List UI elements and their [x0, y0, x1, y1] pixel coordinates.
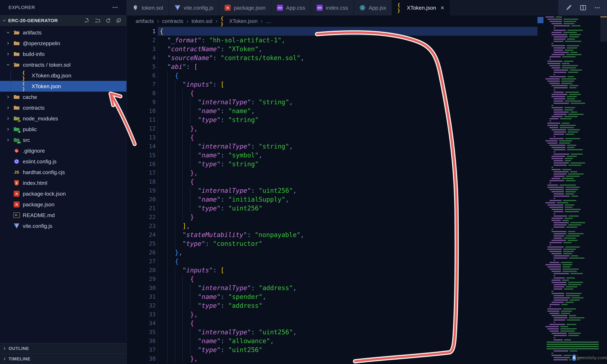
code-line-17[interactable]: 17 }, [127, 169, 538, 177]
code-line-1[interactable]: 1 { [127, 27, 538, 36]
code-line-5[interactable]: 5 "abi": [ [127, 62, 538, 71]
breadcrumb-item[interactable]: { }XToken.json [221, 18, 258, 24]
breadcrumb[interactable]: artifacts›contracts›token.sol›{ }XToken.… [127, 15, 538, 27]
code-line-36[interactable]: 36 "name": "allowance", [127, 337, 538, 345]
code-line-37[interactable]: 37 "type": "uint256" [127, 345, 538, 354]
line-number: 11 [127, 115, 156, 124]
line-number: 31 [127, 292, 156, 301]
code-line-6[interactable]: 6 { [127, 71, 538, 80]
tab-label: App.jsx [369, 5, 386, 11]
tree-item-hardhat.config.cjs[interactable]: JShardhat.config.cjs [0, 167, 126, 178]
code-line-16[interactable]: 16 "type": "string" [127, 160, 538, 169]
code-line-7[interactable]: 7 "inputs": [ [127, 80, 538, 89]
tree-indent-guide [11, 70, 11, 92]
new-folder-icon[interactable] [95, 18, 100, 23]
code-line-21[interactable]: 21 "type": "uint256" [127, 204, 538, 213]
more-actions-icon[interactable] [112, 4, 118, 11]
code-line-33[interactable]: 33 }, [127, 310, 538, 319]
code-line-38[interactable]: 38 }, [127, 354, 538, 363]
tree-item-README.md[interactable]: M↓README.md [0, 210, 126, 221]
line-number: 8 [127, 89, 156, 98]
code-line-26[interactable]: 26 }, [127, 248, 538, 257]
project-section-header[interactable]: ERC-20-GENERATOR [0, 15, 126, 26]
tree-item-label: README.md [23, 212, 55, 218]
code-line-4[interactable]: 4 "sourceName": "contracts/token.sol", [127, 53, 538, 62]
code-editor[interactable]: 1 { 2 "_format": "hh-sol-artifact-1", 3 … [127, 27, 538, 364]
tab-package.json[interactable]: npackage.json [219, 0, 271, 15]
code-line-14[interactable]: 14 "internalType": "string", [127, 142, 538, 151]
tree-item-public[interactable]: ☻public [0, 124, 126, 135]
tree-item-build-info[interactable]: build-info [0, 49, 126, 59]
code-line-20[interactable]: 20 "name": "initialSupply", [127, 195, 538, 204]
tree-item-artifacts[interactable]: artifacts [0, 27, 126, 38]
tree-item-cache[interactable]: cache [0, 92, 126, 102]
code-line-24[interactable]: 24 "stateMutability": "nonpayable", [127, 230, 538, 239]
code-line-10[interactable]: 10 "name": "name", [127, 106, 538, 115]
close-icon[interactable]: × [441, 4, 444, 11]
collapse-all-icon[interactable] [116, 18, 121, 23]
tab-label: package.json [234, 5, 265, 11]
tree-item-src[interactable]: </>src [0, 135, 126, 145]
tab-App.jsx[interactable]: App.jsx [354, 0, 392, 15]
code-line-13[interactable]: 13 { [127, 133, 538, 142]
code-line-29[interactable]: 29 { [127, 274, 538, 284]
breadcrumb-item[interactable]: contracts [162, 18, 183, 24]
code-line-15[interactable]: 15 "name": "symbol", [127, 151, 538, 160]
tree-item-package.json[interactable]: npackage.json [0, 199, 126, 210]
code-line-3[interactable]: 3 "contractName": "XToken", [127, 45, 538, 53]
split-editor-icon[interactable] [580, 4, 587, 11]
pencil-icon[interactable] [565, 4, 572, 11]
code-line-35[interactable]: 35 "internalType": "uint256", [127, 328, 538, 337]
code-line-11[interactable]: 11 "type": "string" [127, 115, 538, 124]
code-line-22[interactable]: 22 } [127, 213, 538, 221]
code-line-30[interactable]: 30 "internalType": "address", [127, 284, 538, 292]
vertical-scrollbar[interactable] [600, 15, 607, 364]
panel-label: OUTLINE [9, 346, 29, 351]
line-number: 36 [127, 337, 156, 345]
tree-item-contracts[interactable]: contracts [0, 102, 126, 113]
tab-XToken.json[interactable]: { }XToken.json × [392, 0, 450, 15]
tree-item-eslint.config.js[interactable]: eslint.config.js [0, 156, 126, 167]
tree-item-@openzeppelin[interactable]: @openzeppelin [0, 38, 126, 49]
code-line-2[interactable]: 2 "_format": "hh-sol-artifact-1", [127, 36, 538, 45]
panel-outline[interactable]: OUTLINE [0, 343, 126, 353]
breadcrumb-item[interactable]: … [266, 18, 271, 24]
tree-item-vite.config.js[interactable]: vite.config.js [0, 221, 126, 231]
tab-App.css[interactable]: cssApp.css [271, 0, 311, 15]
new-file-icon[interactable] [84, 18, 90, 23]
tree-item-label: .gitignore [23, 148, 45, 154]
tree-item-XToken.json[interactable]: { }XToken.json [0, 81, 126, 92]
code-line-25[interactable]: 25 "type": "constructor" [127, 239, 538, 248]
code-line-18[interactable]: 18 { [127, 177, 538, 186]
code-line-19[interactable]: 19 "internalType": "uint256", [127, 186, 538, 195]
tab-token.sol[interactable]: token.sol [127, 0, 169, 15]
code-line-32[interactable]: 32 "type": "address" [127, 301, 538, 310]
tab-label: vite.config.js [184, 5, 213, 11]
refresh-icon[interactable] [106, 18, 111, 23]
tree-item-.gitignore[interactable]: .gitignore [0, 145, 126, 156]
code-line-12[interactable]: 12 }, [127, 124, 538, 133]
code-line-31[interactable]: 31 "name": "spender", [127, 292, 538, 301]
code-line-23[interactable]: 23 ], [127, 221, 538, 230]
tab-vite.config.js[interactable]: vite.config.js [169, 0, 219, 15]
tree-item-label: package-lock.json [23, 191, 66, 197]
code-line-34[interactable]: 34 { [127, 319, 538, 328]
minimap[interactable] [538, 16, 600, 364]
breadcrumb-item[interactable]: token.sol [191, 18, 212, 24]
tree-item-index.html[interactable]: 5index.html [0, 178, 126, 188]
watermark-logo-icon: A [573, 354, 576, 361]
tree-item-contractstoken.sol[interactable]: contracts / token.sol [0, 59, 126, 70]
tree-item-package-lock.json[interactable]: npackage-lock.json [0, 188, 126, 199]
more-actions-icon[interactable] [594, 5, 600, 11]
code-line-8[interactable]: 8 { [127, 89, 538, 98]
code-line-28[interactable]: 28 "inputs": [ [127, 266, 538, 274]
tab-index.css[interactable]: cssindex.css [311, 0, 354, 15]
tree-item-XToken.dbg.json[interactable]: { }XToken.dbg.json [0, 70, 126, 81]
breadcrumb-item[interactable]: artifacts [136, 18, 154, 24]
chevron-right-icon [6, 105, 11, 110]
scrollbar-thumb[interactable] [600, 18, 607, 42]
tree-item-node_modules[interactable]: JSnode_modules [0, 113, 126, 124]
code-line-9[interactable]: 9 "internalType": "string", [127, 98, 538, 106]
panel-timeline[interactable]: TIMELINE [0, 353, 126, 364]
code-line-27[interactable]: 27 { [127, 257, 538, 266]
